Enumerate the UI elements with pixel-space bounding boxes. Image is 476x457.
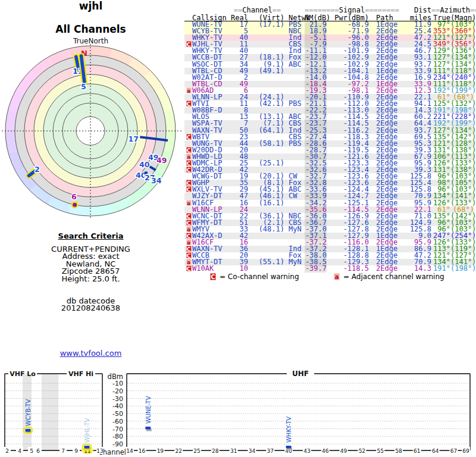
x-tick-label: 2 bbox=[5, 448, 9, 454]
x-tick-label: 22 bbox=[175, 448, 181, 454]
dist-group-header: Dist bbox=[399, 7, 431, 14]
x-tick-label: 43 bbox=[303, 448, 310, 454]
cochannel-warning-icon: C bbox=[186, 220, 192, 226]
cochannel-warning-icon: C bbox=[210, 273, 216, 280]
search-criteria-panel: Search Criteria CURRENT+PENDING Address:… bbox=[0, 231, 181, 312]
x-tick-label: 37 bbox=[267, 448, 274, 454]
x-tick-label: 13 bbox=[96, 448, 103, 454]
x-tick-label: 58 bbox=[395, 448, 402, 454]
tvfool-link-wrap: www.tvfool.com bbox=[0, 349, 181, 358]
x-tick-label: 4 bbox=[18, 448, 21, 454]
cochannel-warning-icon: C bbox=[186, 252, 192, 258]
cochannel-warning-icon: C bbox=[186, 101, 192, 107]
channel-label: 49 bbox=[156, 156, 167, 165]
station-bar bbox=[145, 427, 151, 430]
table-group-header: ==Channel==========Signal========Dist==A… bbox=[184, 7, 474, 14]
spectrum-chart: -10-20-30-40-50-60-70-80-90dBmChannelVHF… bbox=[0, 368, 476, 457]
search-criteria-title: Search Criteria bbox=[0, 231, 181, 240]
x-tick-label: 14 bbox=[126, 448, 133, 454]
x-tick-label: 16 bbox=[139, 448, 146, 454]
y-tick-label: -40 bbox=[112, 402, 123, 410]
vhf-lo-label: VHF Lo bbox=[10, 370, 36, 378]
y-tick-label: -20 bbox=[112, 387, 123, 395]
channel-group-header: ==Channel== bbox=[230, 7, 284, 14]
dbm-axis-label: dBm bbox=[108, 373, 123, 381]
db-datecode-value: 201208240638 bbox=[0, 305, 181, 312]
channel-marker-dot bbox=[73, 203, 77, 207]
cochannel-warning-icon: C bbox=[186, 160, 192, 166]
station-bar bbox=[286, 446, 292, 449]
y-tick-label: -70 bbox=[112, 425, 123, 433]
table-legend: C = Co-channel warning a = Adjacent chan… bbox=[184, 273, 474, 282]
x-tick-label: 64 bbox=[432, 448, 439, 454]
y-tick-label: -50 bbox=[112, 410, 123, 418]
tvfool-link[interactable]: www.tvfool.com bbox=[60, 349, 122, 358]
y-tick-label: -80 bbox=[112, 433, 123, 440]
station-label: WHKY-TV bbox=[286, 417, 292, 443]
uhf-label: UHF bbox=[292, 370, 309, 378]
cochannel-warning-icon: C bbox=[186, 186, 192, 192]
radar-plot: N1151749494040273426 bbox=[0, 42, 184, 220]
station-label: WUNE-TV bbox=[145, 396, 152, 424]
channel-label: 17 bbox=[129, 134, 139, 143]
legend-cochannel: C = Co-channel warning bbox=[209, 273, 299, 281]
cochannel-warning-icon: C bbox=[186, 134, 192, 140]
x-tick-label: 19 bbox=[157, 448, 164, 454]
channel-label: 34 bbox=[151, 176, 162, 185]
channel-label: 2 bbox=[35, 165, 40, 174]
cochannel-warning-icon: C bbox=[186, 265, 192, 271]
adjacent-warning-icon: a bbox=[186, 226, 192, 232]
x-tick-label: 25 bbox=[193, 448, 200, 454]
page-title: wjhl bbox=[0, 0, 181, 12]
x-tick-label: 69 bbox=[462, 448, 469, 454]
x-tick-label: 28 bbox=[212, 448, 219, 454]
channel-label: 40 bbox=[139, 160, 150, 169]
cochannel-warning-icon: C bbox=[186, 233, 192, 239]
station-bar bbox=[26, 429, 31, 432]
vhf-hi-label: VHF Hi bbox=[68, 370, 93, 378]
x-tick-label: 67 bbox=[450, 448, 457, 454]
station-bar bbox=[84, 446, 90, 449]
signal-table: ==Channel==========Signal========Dist==A… bbox=[184, 7, 474, 273]
cochannel-warning-icon: C bbox=[186, 246, 192, 252]
adjacent-warning-icon: a bbox=[186, 200, 192, 206]
x-tick-label: 46 bbox=[322, 448, 329, 454]
signal-group-header: ========Signal======== bbox=[305, 7, 399, 14]
cochannel-warning-icon: C bbox=[186, 167, 192, 173]
y-tick-label: -60 bbox=[112, 418, 123, 425]
adjacent-warning-icon: a bbox=[334, 273, 340, 280]
x-tick-label: 52 bbox=[359, 448, 365, 454]
legend-adjacent: a = Adjacent channel warning bbox=[333, 273, 444, 281]
x-tick-label: 9 bbox=[74, 448, 78, 454]
station-label: WJHL-TV bbox=[84, 418, 90, 443]
x-tick-label: 49 bbox=[340, 448, 347, 454]
adjacent-warning-icon: a bbox=[186, 239, 192, 245]
table-row: CW10AK10-39.7-118.52Edge14.3191°(198°) bbox=[184, 265, 474, 272]
cochannel-warning-icon: C bbox=[186, 213, 192, 219]
adjacent-warning-icon: a bbox=[186, 87, 192, 93]
tvfool-report: { "header": { "title": "wjhl", "subtitle… bbox=[0, 0, 476, 457]
band-gap-shade bbox=[42, 374, 58, 450]
x-tick-label: 34 bbox=[249, 448, 256, 454]
page-subtitle: All Channels bbox=[0, 23, 181, 35]
x-tick-label: 7 bbox=[61, 448, 65, 454]
x-tick-label: 55 bbox=[377, 448, 383, 454]
y-tick-label: -90 bbox=[112, 440, 123, 448]
azimuth-group-header: ==Azimuth== bbox=[431, 7, 474, 14]
search-criteria-line: Height: 25.0 ft. bbox=[0, 276, 181, 283]
adjacent-warning-icon: a bbox=[186, 154, 192, 159]
channel-label: 5 bbox=[81, 82, 86, 91]
y-tick-label: -30 bbox=[112, 395, 123, 403]
cochannel-warning-icon: C bbox=[186, 180, 192, 186]
x-tick-label: 6 bbox=[36, 448, 40, 454]
channel-label: 6 bbox=[71, 192, 77, 201]
legend-cochannel-label: = Co-channel warning bbox=[220, 273, 299, 281]
x-tick-label: 61 bbox=[414, 448, 420, 454]
x-tick-label: 31 bbox=[230, 448, 237, 454]
station-label: WCYB-TV bbox=[25, 399, 32, 425]
cochannel-warning-icon: C bbox=[186, 41, 192, 47]
cochannel-warning-icon: C bbox=[186, 147, 192, 153]
x-tick-label: 5 bbox=[30, 448, 33, 454]
adjacent-warning-icon: a bbox=[186, 259, 192, 265]
legend-adjacent-label: = Adjacent channel warning bbox=[343, 273, 444, 281]
